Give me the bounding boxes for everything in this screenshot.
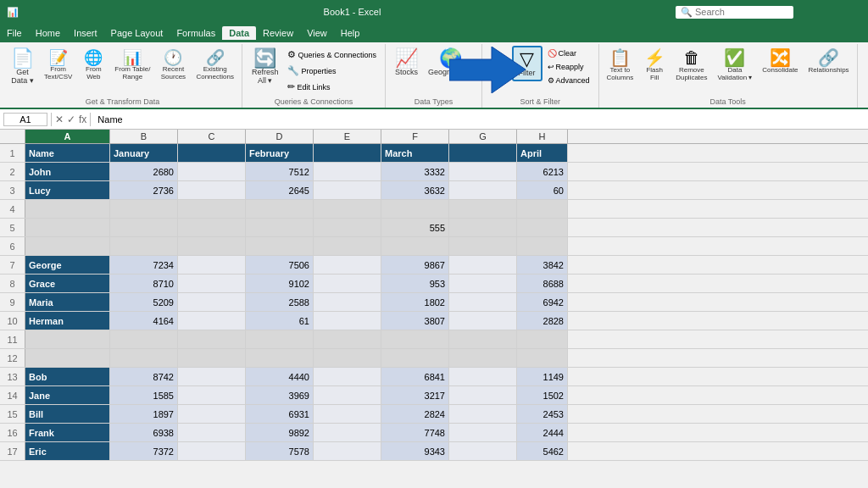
cell[interactable] (314, 368, 381, 385)
cell[interactable] (178, 274, 246, 292)
cell[interactable]: 2588 (246, 293, 314, 311)
edit-links-button[interactable]: ✏ Edit Links (284, 80, 380, 94)
cell[interactable]: 2645 (246, 181, 314, 199)
cell[interactable] (178, 424, 246, 441)
from-web-button[interactable]: 🌐 FromWeb (78, 47, 108, 83)
menu-review[interactable]: Review (256, 26, 300, 40)
remove-duplicates-button[interactable]: 🗑 RemoveDuplicates (671, 46, 711, 85)
cancel-formula-icon[interactable]: ✕ (55, 114, 64, 125)
cell[interactable]: March (381, 144, 449, 162)
col-header-g[interactable]: G (449, 130, 517, 143)
cell[interactable]: 6841 (381, 368, 449, 385)
cell[interactable]: February (246, 144, 314, 162)
cell[interactable] (110, 237, 178, 255)
col-header-d[interactable]: D (246, 130, 314, 143)
cell[interactable] (449, 274, 517, 292)
cell[interactable] (381, 330, 449, 348)
cell[interactable] (314, 274, 381, 292)
cell[interactable]: George (25, 256, 110, 274)
cell[interactable] (449, 256, 517, 274)
cell[interactable]: 2828 (517, 312, 568, 330)
cell[interactable] (314, 312, 381, 330)
cell[interactable]: 60 (517, 181, 568, 199)
menu-help[interactable]: Help (334, 26, 367, 40)
cell[interactable] (314, 293, 381, 311)
cell[interactable]: 9867 (381, 256, 449, 274)
col-header-f[interactable]: F (381, 130, 449, 143)
cell[interactable]: 9892 (246, 424, 314, 441)
cell[interactable]: 1149 (517, 368, 568, 385)
cell[interactable]: 61 (246, 312, 314, 330)
cell[interactable]: 8742 (110, 368, 178, 385)
cell[interactable] (314, 330, 381, 348)
cell[interactable] (178, 219, 246, 236)
menu-data[interactable]: Data (222, 26, 256, 40)
cell[interactable]: 2453 (517, 405, 568, 423)
cell[interactable] (178, 405, 246, 423)
cell[interactable] (381, 237, 449, 255)
cell[interactable] (314, 256, 381, 274)
refresh-all-button[interactable]: 🔄 RefreshAll ▾ (248, 46, 283, 88)
cell[interactable]: 1585 (110, 386, 178, 404)
cell[interactable]: 8688 (517, 274, 568, 292)
cell[interactable] (178, 256, 246, 274)
search-input[interactable] (695, 7, 788, 17)
cell[interactable]: January (110, 144, 178, 162)
cell[interactable]: John (25, 163, 110, 180)
cell[interactable] (449, 181, 517, 199)
cell[interactable]: 7512 (246, 163, 314, 180)
cell[interactable] (314, 386, 381, 404)
cell[interactable]: 3842 (517, 256, 568, 274)
cell[interactable] (314, 442, 381, 460)
cell[interactable] (25, 330, 110, 348)
col-header-b[interactable]: B (110, 130, 178, 143)
cell[interactable] (449, 219, 517, 236)
cell[interactable] (178, 293, 246, 311)
cell[interactable] (178, 237, 246, 255)
cell[interactable] (25, 219, 110, 236)
cell[interactable]: 3632 (381, 181, 449, 199)
cell[interactable] (517, 237, 568, 255)
cell[interactable]: 1502 (517, 386, 568, 404)
cell[interactable] (110, 200, 178, 218)
cell[interactable] (449, 293, 517, 311)
text-to-columns-button[interactable]: 📋 Text toColumns (603, 46, 638, 85)
cell[interactable] (246, 349, 314, 367)
cell[interactable] (314, 237, 381, 255)
cell[interactable] (449, 386, 517, 404)
cell[interactable]: 2680 (110, 163, 178, 180)
clear-button[interactable]: 🚫 Clear (544, 47, 593, 59)
cell[interactable] (178, 144, 246, 162)
formula-input[interactable] (94, 114, 865, 125)
cell[interactable]: Lucy (25, 181, 110, 199)
cell[interactable]: 7372 (110, 442, 178, 460)
cell[interactable] (314, 424, 381, 441)
cell[interactable] (314, 349, 381, 367)
cell[interactable] (517, 200, 568, 218)
cell[interactable]: 4164 (110, 312, 178, 330)
cell[interactable]: 2736 (110, 181, 178, 199)
cell[interactable] (110, 219, 178, 236)
menu-home[interactable]: Home (29, 26, 67, 40)
col-header-a[interactable]: A (25, 130, 110, 143)
cell[interactable]: 7234 (110, 256, 178, 274)
cell[interactable]: 9102 (246, 274, 314, 292)
cell[interactable] (449, 349, 517, 367)
cell[interactable] (449, 237, 517, 255)
cell[interactable] (449, 405, 517, 423)
cell[interactable] (110, 349, 178, 367)
menu-view[interactable]: View (300, 26, 334, 40)
cell[interactable]: 7578 (246, 442, 314, 460)
cell[interactable]: 2444 (517, 424, 568, 441)
cell[interactable] (517, 219, 568, 236)
reapply-button[interactable]: ↩ Reapply (544, 61, 593, 73)
cell[interactable]: 2824 (381, 405, 449, 423)
from-text-button[interactable]: 📝 FromText/CSV (40, 47, 76, 83)
cell[interactable]: Frank (25, 424, 110, 441)
col-header-h[interactable]: H (517, 130, 568, 143)
cell[interactable]: 3217 (381, 386, 449, 404)
get-data-button[interactable]: 📄 GetData ▾ (7, 46, 38, 88)
cell[interactable] (449, 200, 517, 218)
cell[interactable] (178, 368, 246, 385)
menu-page-layout[interactable]: Page Layout (104, 26, 170, 40)
